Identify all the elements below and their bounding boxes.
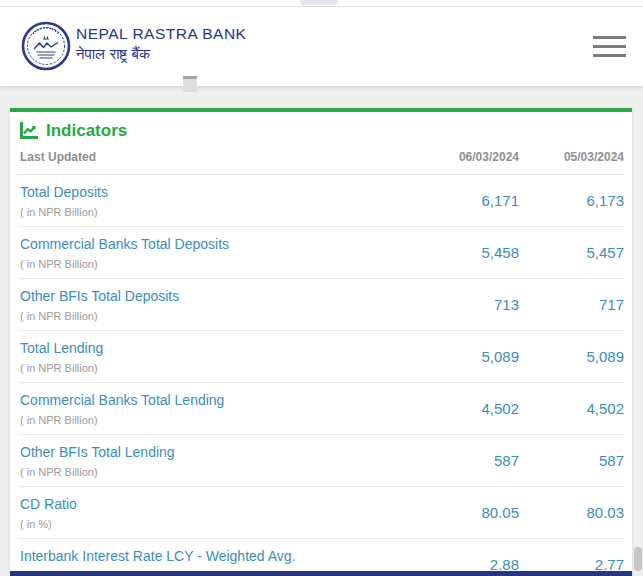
indicators-title: Indicators (46, 121, 127, 141)
indicator-name: Commercial Banks Total Deposits (20, 236, 414, 252)
nrb-logo[interactable] (21, 21, 71, 71)
indicators-heading: Indicators (20, 121, 624, 141)
chart-line-icon (20, 122, 38, 140)
date-column-1: 06/03/2024 (414, 150, 519, 164)
indicator-name: Other BFIs Total Lending (20, 444, 414, 460)
table-row: Commercial Banks Total Deposits ( in NPR… (18, 227, 624, 279)
indicator-name: Commercial Banks Total Lending (20, 392, 414, 408)
table-row: CD Ratio ( in %) 80.05 80.03 (18, 487, 624, 539)
table-header-row: Last Updated 06/03/2024 05/03/2024 (18, 146, 624, 175)
menu-hamburger-icon[interactable] (593, 36, 626, 57)
indicator-unit: ( in NPR Billion) (20, 258, 414, 270)
indicator-label-block: Total Deposits ( in NPR Billion) (18, 184, 414, 218)
table-row: Commercial Banks Total Lending ( in NPR … (18, 383, 624, 435)
indicator-unit: ( in NPR Billion) (20, 310, 414, 322)
indicator-value-col1: 5,458 (414, 244, 519, 261)
indicator-value-col1: 5,089 (414, 348, 519, 365)
site-header: NEPAL RASTRA BANK नेपाल राष्ट्र बैंक (0, 7, 643, 86)
bank-name-english: NEPAL RASTRA BANK (76, 24, 246, 43)
indicator-label-block: Other BFIs Total Lending ( in NPR Billio… (18, 444, 414, 478)
indicator-value-col2: 4,502 (519, 400, 624, 417)
indicator-value-col2: 5,089 (519, 348, 624, 365)
indicators-card: Indicators Last Updated 06/03/2024 05/03… (10, 108, 632, 576)
nrb-seal-icon (21, 21, 71, 71)
last-updated-label: Last Updated (20, 150, 414, 164)
indicator-unit: ( in %) (20, 518, 414, 530)
indicator-label-block: Commercial Banks Total Deposits ( in NPR… (18, 236, 414, 270)
indicator-value-col2: 717 (519, 296, 624, 313)
hamburger-bar (593, 54, 626, 57)
indicator-label-block: CD Ratio ( in %) (18, 496, 414, 530)
indicators-table: Total Deposits ( in NPR Billion) 6,171 6… (18, 175, 624, 576)
table-row: Other BFIs Total Lending ( in NPR Billio… (18, 435, 624, 487)
next-section-top-border (10, 571, 632, 576)
table-row: Total Lending ( in NPR Billion) 5,089 5,… (18, 331, 624, 383)
indicator-value-col2: 80.03 (519, 504, 624, 521)
indicator-value-col1: 80.05 (414, 504, 519, 521)
indicator-label-block: Other BFIs Total Deposits ( in NPR Billi… (18, 288, 414, 322)
hamburger-bar (593, 36, 626, 39)
indicator-value-col1: 587 (414, 452, 519, 469)
scrollbar-thumb[interactable] (634, 547, 642, 571)
scrolled-element-fragment (183, 76, 197, 92)
indicator-name: Other BFIs Total Deposits (20, 288, 414, 304)
indicator-name: Interbank Interest Rate LCY - Weighted A… (20, 548, 414, 564)
table-row: Total Deposits ( in NPR Billion) 6,171 6… (18, 175, 624, 227)
indicator-value-col2: 5,457 (519, 244, 624, 261)
bank-name-nepali: नेपाल राष्ट्र बैंक (76, 45, 246, 64)
indicator-value-col1: 6,171 (414, 192, 519, 209)
indicator-name: CD Ratio (20, 496, 414, 512)
hamburger-bar (593, 45, 626, 48)
table-row: Other BFIs Total Deposits ( in NPR Billi… (18, 279, 624, 331)
indicator-value-col1: 4,502 (414, 400, 519, 417)
indicator-unit: ( in NPR Billion) (20, 206, 414, 218)
indicator-unit: ( in NPR Billion) (20, 362, 414, 374)
date-column-2: 05/03/2024 (519, 150, 624, 164)
navbar-fragment (300, 0, 338, 5)
indicator-unit: ( in NPR Billion) (20, 466, 414, 478)
indicator-label-block: Total Lending ( in NPR Billion) (18, 340, 414, 374)
indicator-value-col2: 6,173 (519, 192, 624, 209)
indicator-value-col2: 587 (519, 452, 624, 469)
indicator-value-col1: 713 (414, 296, 519, 313)
indicator-name: Total Lending (20, 340, 414, 356)
indicator-label-block: Commercial Banks Total Lending ( in NPR … (18, 392, 414, 426)
indicator-name: Total Deposits (20, 184, 414, 200)
indicator-unit: ( in NPR Billion) (20, 414, 414, 426)
bank-name-block: NEPAL RASTRA BANK नेपाल राष्ट्र बैंक (76, 24, 246, 64)
